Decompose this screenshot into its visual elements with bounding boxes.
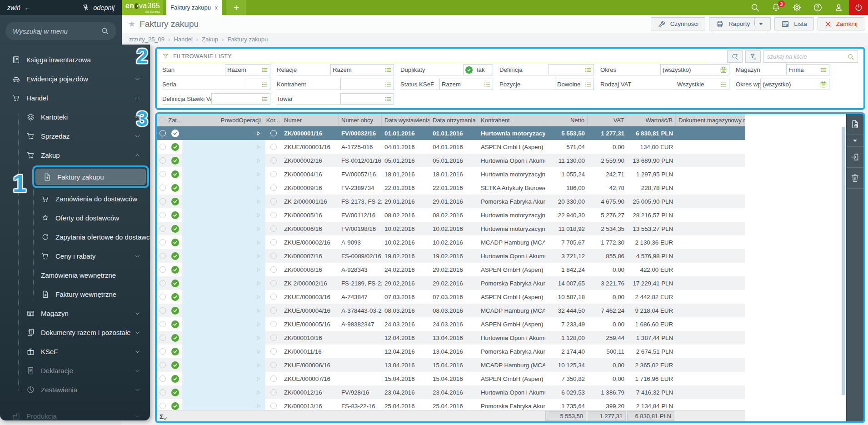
row-select-radio[interactable] (160, 266, 166, 273)
expand-triangle-icon[interactable] (255, 267, 261, 273)
search-button[interactable] (744, 0, 765, 15)
column-header-data-otrzymania[interactable]: Data otrzymania (430, 114, 478, 126)
breadcrumb-item[interactable]: Handel (174, 36, 192, 43)
sidebar-item-zakup[interactable]: Zakup (0, 145, 150, 165)
breadcrumb-item[interactable]: Faktury zakupu (227, 36, 268, 43)
expand-triangle-icon[interactable] (255, 171, 261, 177)
expand-triangle-icon[interactable] (255, 253, 261, 259)
column-header-kontrahent[interactable]: Kontrahent (478, 114, 545, 126)
table-row[interactable]: ZK/000010/1612.04.201613.04.2016Hurtowni… (157, 331, 745, 345)
sidebar-item-deklaracje[interactable]: Deklaracje (0, 361, 150, 380)
table-row[interactable]: ZK 2/000002/16FS-2189, FS-22029.02.20162… (157, 276, 745, 290)
column-header-kor[interactable]: Kor... (265, 114, 281, 126)
notifications-button[interactable]: 3 (765, 0, 786, 15)
sidebar-item-magazyn[interactable]: Magazyn (0, 304, 150, 323)
filter-control-stan[interactable]: Razem (225, 64, 270, 75)
sidebar-item-ksef[interactable]: KSeF (0, 342, 150, 361)
row-select-radio[interactable] (160, 335, 166, 341)
column-header-netto[interactable]: Netto (545, 114, 588, 126)
expand-triangle-icon[interactable] (255, 308, 261, 314)
row-select-radio[interactable] (160, 171, 166, 177)
expand-triangle-icon[interactable] (255, 335, 261, 341)
sidebar-item-faktury-wewnętrzne[interactable]: Faktury wewnętrzne (0, 285, 150, 304)
expand-triangle-icon[interactable] (255, 349, 261, 355)
table-row[interactable]: ZK/000005/16FV/00112/1608.02.201608.02.2… (157, 208, 745, 222)
new-tab-button[interactable]: + (226, 0, 246, 15)
column-header-wartość-b[interactable]: Wartość/B (627, 114, 676, 126)
raporty-dropdown-button[interactable] (754, 18, 764, 30)
help-button[interactable] (807, 0, 828, 15)
czynnosci-button[interactable]: Czynności (651, 17, 705, 30)
table-row[interactable]: ZKUE/000003/16A-74384707.03.201607.03.20… (157, 290, 745, 304)
column-header-numer[interactable]: Numer (281, 114, 339, 126)
table-row[interactable]: ZK/000012/16FV/928/1623.04.201623.04.201… (157, 385, 745, 399)
table-row[interactable]: ZKUE/000002/16A-909310.02.201610.02.2016… (157, 235, 745, 249)
expand-triangle-icon[interactable] (255, 144, 261, 150)
filter-options-button[interactable] (745, 50, 761, 63)
column-header-dokument-magazynowy-n[interactable]: Dokument magazynowy n... (676, 114, 745, 126)
row-select-radio[interactable] (160, 307, 166, 314)
filter-control-okres-wpływu[interactable]: (wszystko) (760, 79, 829, 90)
row-select-radio[interactable] (160, 239, 166, 245)
expand-triangle-icon[interactable] (255, 199, 261, 205)
row-select-radio[interactable] (160, 130, 166, 136)
table-row[interactable]: ZK/000006/16FV/00198/1610.02.201610.02.2… (157, 222, 745, 235)
table-row[interactable]: ZK/000007/16FS-0089/02/1619.02.201619.02… (157, 249, 745, 263)
table-row[interactable]: ZK/000008/16A-92834324.02.201629.02.2016… (157, 263, 745, 276)
zamknij-button[interactable]: Zamknij (818, 17, 864, 30)
filter-control-magazyn[interactable]: Firma (786, 64, 829, 75)
filter-control-kontrahent[interactable] (340, 79, 394, 90)
filter-control-duplikaty[interactable]: Tak (463, 64, 493, 75)
column-header-zat[interactable]: Zat... (168, 114, 182, 126)
sidebar-item-dokumenty-razem-i-pozostałe[interactable]: Dokumenty razem i pozostałe (0, 323, 150, 342)
expand-triangle-icon[interactable] (255, 321, 261, 327)
table-row[interactable]: ZK/000004/16FV/00057/1618.01.201618.01.2… (157, 167, 745, 181)
expand-triangle-icon[interactable] (255, 130, 261, 136)
table-row[interactable]: ZKUE/000001/16A-1725-01604.01.201604.01.… (157, 140, 745, 154)
expand-triangle-icon[interactable] (255, 226, 261, 232)
enova365-logo[interactable]: enva365 dla biznesu (122, 0, 163, 15)
expand-triangle-icon[interactable] (255, 212, 261, 218)
user-button[interactable] (828, 0, 849, 15)
advanced-search-button[interactable] (727, 50, 743, 63)
row-select-radio[interactable] (160, 294, 166, 300)
table-row[interactable]: ZK/000009/16FV-238973422.01.201622.01.20… (157, 181, 745, 195)
expand-triangle-icon[interactable] (255, 158, 261, 164)
row-select-radio[interactable] (160, 253, 166, 259)
select-all-radio[interactable] (159, 117, 165, 123)
logout-button[interactable] (849, 0, 868, 15)
filter-control-okres[interactable]: (wszystko) (660, 64, 729, 75)
list-search-input[interactable]: szukaj na liście (763, 50, 858, 63)
row-select-radio[interactable] (160, 321, 166, 327)
expand-triangle-icon[interactable] (255, 403, 261, 409)
filter-control-rodzaj-vat[interactable]: Wszystkie (675, 79, 729, 90)
raporty-button[interactable]: Raporty (709, 17, 771, 30)
settings-button[interactable] (786, 0, 807, 15)
row-select-radio[interactable] (160, 225, 166, 232)
sidebar-item-zamówienia-wewnętrzne[interactable]: Zamówienia wewnętrzne (0, 265, 150, 285)
sidebar-item-sprzedaż[interactable]: Sprzedaż (0, 126, 150, 145)
expand-triangle-icon[interactable] (255, 240, 261, 245)
filter-control-pozycje[interactable]: Dowolne (555, 79, 594, 90)
sidebar-collapse-button[interactable]: zwiń ← (7, 4, 31, 11)
row-select-radio[interactable] (160, 348, 166, 355)
row-select-radio[interactable] (160, 389, 166, 395)
column-header-selector[interactable] (157, 114, 168, 126)
sidebar-item-zapytania-ofertowe-do-dostawców[interactable]: Zapytania ofertowe do dostawców (0, 227, 150, 246)
table-scrollbar[interactable] (842, 127, 845, 420)
filter-control-definicja-stawki-vat[interactable] (211, 93, 270, 105)
tab-close-icon[interactable]: x (215, 5, 218, 11)
table-row[interactable]: ZKUE/000005/16A-9838234724.03.201624.03.… (157, 317, 745, 331)
sidebar-item-ceny-i-rabaty[interactable]: Ceny i rabaty (0, 246, 150, 265)
sidebar-item-zestawienia[interactable]: Zestawienia (0, 380, 150, 399)
column-header-vat[interactable]: VAT (588, 114, 627, 126)
sidebar-item-księga-inwentarzowa[interactable]: Księga inwentarzowa (0, 50, 150, 69)
sidebar-item-produkcja[interactable]: Produkcja (0, 406, 150, 420)
sidebar-item-ewidencja-pojazdów[interactable]: Ewidencja pojazdów (0, 69, 150, 88)
sidebar-item-kartoteki[interactable]: Kartoteki (0, 107, 150, 126)
table-row[interactable]: ZK/000002/16FS-0012/01/1605.01.201605.01… (157, 154, 745, 167)
filter-control-relacje[interactable]: Razem (330, 64, 394, 75)
row-select-radio[interactable] (160, 157, 166, 164)
row-select-radio[interactable] (160, 144, 166, 150)
table-row[interactable]: ZK/000001/16FV/00032/1601.01.201601.01.2… (157, 126, 745, 140)
